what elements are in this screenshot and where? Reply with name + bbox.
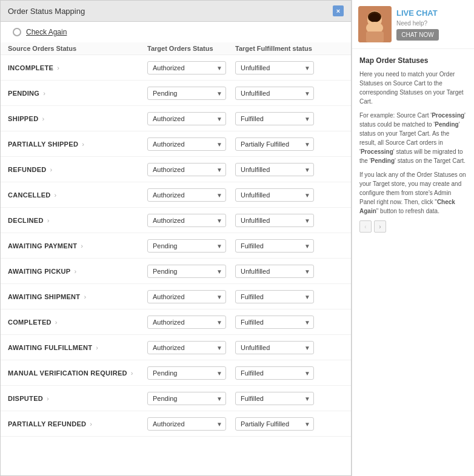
- table-row: COMPLETED›AuthorizedPending▼UnfulfilledF…: [1, 309, 351, 335]
- target-fulfillment-dropdown-wrapper: UnfulfilledFulfilledPartially Fulfilled▼: [235, 188, 314, 202]
- target-fulfillment-select[interactable]: UnfulfilledFulfilledPartially Fulfilled: [235, 392, 314, 405]
- col-target-orders: Target Orders Status: [147, 45, 235, 52]
- prev-arrow[interactable]: ‹: [359, 220, 372, 233]
- source-status-cell: REFUNDED›: [8, 166, 147, 173]
- row-arrow-icon: ›: [55, 319, 58, 326]
- target-order-select[interactable]: AuthorizedPending: [147, 417, 226, 431]
- target-fulfillment-dropdown-wrapper: UnfulfilledFulfilledPartially Fulfilled▼: [235, 366, 314, 380]
- target-order-select[interactable]: AuthorizedPending: [147, 61, 226, 74]
- help-paragraph-2: For example: Source Cart 'Processing' st…: [359, 111, 467, 165]
- target-fulfillment-dropdown-wrapper: UnfulfilledFulfilledPartially Fulfilled▼: [235, 163, 314, 176]
- source-status-text: INCOMPLETE: [8, 64, 53, 71]
- target-fulfillment-select[interactable]: UnfulfilledFulfilledPartially Fulfilled: [235, 341, 314, 354]
- row-arrow-icon: ›: [96, 344, 98, 351]
- table-row: SHIPPED›AuthorizedPending▼UnfulfilledFul…: [1, 106, 351, 131]
- target-fulfillment-dropdown-wrapper: UnfulfilledFulfilledPartially Fulfilled▼: [235, 265, 314, 278]
- target-order-select[interactable]: AuthorizedPending: [147, 265, 226, 278]
- target-order-select[interactable]: AuthorizedPending: [147, 239, 226, 253]
- source-status-text: DECLINED: [8, 217, 44, 224]
- target-fulfillment-select[interactable]: UnfulfilledFulfilledPartially Fulfilled: [235, 417, 314, 431]
- target-order-dropdown-wrapper: AuthorizedPending▼: [147, 341, 226, 354]
- check-again-link[interactable]: Check Again: [26, 28, 67, 36]
- target-fulfillment-select[interactable]: UnfulfilledFulfilledPartially Fulfilled: [235, 290, 314, 303]
- row-arrow-icon: ›: [90, 420, 92, 428]
- col-source: Source Orders Status: [8, 45, 147, 52]
- target-order-select[interactable]: AuthorizedPending: [147, 392, 226, 405]
- nav-arrows: ‹ ›: [359, 220, 467, 233]
- target-fulfillment-dropdown-wrapper: UnfulfilledFulfilledPartially Fulfilled▼: [235, 87, 314, 100]
- target-order-dropdown-wrapper: AuthorizedPending▼: [147, 239, 226, 253]
- target-fulfillment-select[interactable]: UnfulfilledFulfilledPartially Fulfilled: [235, 137, 314, 151]
- target-fulfillment-select[interactable]: UnfulfilledFulfilledPartially Fulfilled: [235, 316, 314, 329]
- target-fulfillment-dropdown-wrapper: UnfulfilledFulfilledPartially Fulfilled▼: [235, 214, 314, 227]
- svg-point-3: [369, 13, 380, 22]
- table-row: AWAITING PICKUP›AuthorizedPending▼Unfulf…: [1, 259, 351, 284]
- source-status-text: CANCELLED: [8, 191, 51, 199]
- target-fulfillment-select[interactable]: UnfulfilledFulfilledPartially Fulfilled: [235, 163, 314, 176]
- target-order-dropdown-wrapper: AuthorizedPending▼: [147, 392, 226, 405]
- target-order-dropdown-wrapper: AuthorizedPending▼: [147, 214, 226, 227]
- target-fulfillment-select[interactable]: UnfulfilledFulfilledPartially Fulfilled: [235, 112, 314, 125]
- row-arrow-icon: ›: [82, 140, 84, 148]
- target-order-dropdown-wrapper: AuthorizedPending▼: [147, 137, 226, 151]
- svg-rect-5: [366, 31, 384, 42]
- need-help-label: Need help?: [396, 20, 439, 27]
- source-status-cell: PARTIALLY SHIPPED›: [8, 140, 147, 148]
- target-fulfillment-dropdown-wrapper: UnfulfilledFulfilledPartially Fulfilled▼: [235, 392, 314, 405]
- source-status-cell: MANUAL VERIFICATION REQUIRED›: [8, 369, 147, 377]
- target-order-select[interactable]: AuthorizedPending: [147, 341, 226, 354]
- target-order-select[interactable]: AuthorizedPending: [147, 366, 226, 380]
- target-fulfillment-dropdown-wrapper: UnfulfilledFulfilledPartially Fulfilled▼: [235, 239, 314, 253]
- table-row: PENDING›AuthorizedPending▼UnfulfilledFul…: [1, 81, 351, 106]
- source-status-text: COMPLETED: [8, 319, 52, 326]
- target-fulfillment-select[interactable]: UnfulfilledFulfilledPartially Fulfilled: [235, 214, 314, 227]
- table-row: PARTIALLY REFUNDED›AuthorizedPending▼Unf…: [1, 411, 351, 437]
- target-order-select[interactable]: AuthorizedPending: [147, 214, 226, 227]
- source-status-text: DISPUTED: [8, 395, 43, 402]
- table-row: INCOMPLETE›AuthorizedPending▼Unfulfilled…: [1, 55, 351, 81]
- target-fulfillment-select[interactable]: UnfulfilledFulfilledPartially Fulfilled: [235, 239, 314, 253]
- source-status-cell: PARTIALLY REFUNDED›: [8, 420, 147, 428]
- source-status-cell: AWAITING SHIPMENT›: [8, 293, 147, 300]
- target-fulfillment-select[interactable]: UnfulfilledFulfilledPartially Fulfilled: [235, 265, 314, 278]
- source-status-text: AWAITING FULFILLMENT: [8, 344, 92, 351]
- avatar: [358, 6, 392, 42]
- target-fulfillment-select[interactable]: UnfulfilledFulfilledPartially Fulfilled: [235, 188, 314, 202]
- target-order-dropdown-wrapper: AuthorizedPending▼: [147, 366, 226, 380]
- row-arrow-icon: ›: [131, 369, 133, 377]
- target-order-select[interactable]: AuthorizedPending: [147, 137, 226, 151]
- chat-info: LIVE CHAT Need help? CHAT NOW: [396, 8, 439, 41]
- close-button[interactable]: ×: [333, 5, 344, 16]
- next-arrow[interactable]: ›: [374, 220, 386, 233]
- source-status-cell: DECLINED›: [8, 217, 147, 224]
- target-order-select[interactable]: AuthorizedPending: [147, 316, 226, 329]
- target-fulfillment-select[interactable]: UnfulfilledFulfilledPartially Fulfilled: [235, 366, 314, 380]
- target-fulfillment-dropdown-wrapper: UnfulfilledFulfilledPartially Fulfilled▼: [235, 112, 314, 125]
- target-order-select[interactable]: AuthorizedPending: [147, 163, 226, 176]
- target-fulfillment-select[interactable]: UnfulfilledFulfilledPartially Fulfilled: [235, 61, 314, 74]
- help-section: Map Order Statuses Here you need to matc…: [352, 49, 474, 476]
- panel-title: Order Status Mapping: [8, 7, 85, 16]
- target-order-dropdown-wrapper: AuthorizedPending▼: [147, 316, 226, 329]
- source-status-cell: AWAITING PICKUP›: [8, 268, 147, 275]
- target-order-dropdown-wrapper: AuthorizedPending▼: [147, 112, 226, 125]
- source-status-text: AWAITING PICKUP: [8, 268, 71, 275]
- target-order-select[interactable]: AuthorizedPending: [147, 87, 226, 100]
- source-status-text: AWAITING PAYMENT: [8, 242, 77, 250]
- row-arrow-icon: ›: [42, 115, 44, 122]
- source-status-cell: COMPLETED›: [8, 319, 147, 326]
- target-order-select[interactable]: AuthorizedPending: [147, 112, 226, 125]
- table-row: MANUAL VERIFICATION REQUIRED›AuthorizedP…: [1, 360, 351, 386]
- col-target-fulfillment: Target Fulfillment status: [235, 45, 323, 52]
- target-order-select[interactable]: AuthorizedPending: [147, 290, 226, 303]
- right-panel: LIVE CHAT Need help? CHAT NOW Map Order …: [352, 0, 474, 476]
- target-fulfillment-select[interactable]: UnfulfilledFulfilledPartially Fulfilled: [235, 87, 314, 100]
- target-order-select[interactable]: AuthorizedPending: [147, 188, 226, 202]
- chat-now-button[interactable]: CHAT NOW: [396, 29, 439, 41]
- target-fulfillment-dropdown-wrapper: UnfulfilledFulfilledPartially Fulfilled▼: [235, 341, 314, 354]
- row-arrow-icon: ›: [43, 90, 45, 97]
- row-arrow-icon: ›: [84, 293, 86, 300]
- table-row: REFUNDED›AuthorizedPending▼UnfulfilledFu…: [1, 157, 351, 182]
- mapping-panel: Order Status Mapping × Check Again Sourc…: [0, 0, 352, 476]
- target-order-dropdown-wrapper: AuthorizedPending▼: [147, 290, 226, 303]
